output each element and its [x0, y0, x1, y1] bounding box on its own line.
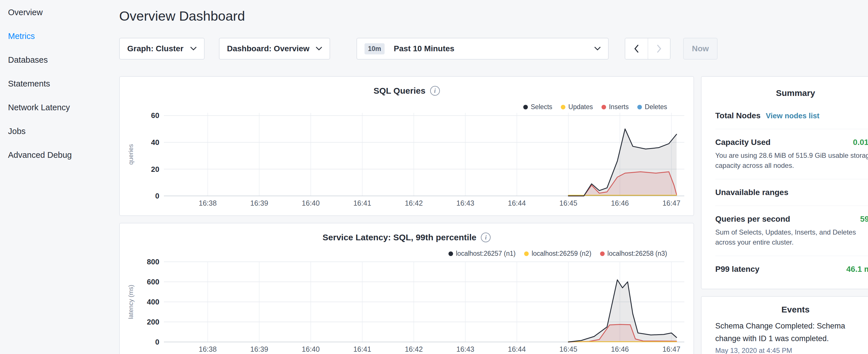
- legend-label: localhost:26258 (n3): [608, 250, 667, 257]
- time-window-pager: [625, 38, 671, 60]
- time-window-dropdown[interactable]: 10m Past 10 Minutes: [356, 38, 609, 60]
- svg-text:16:47: 16:47: [662, 199, 681, 207]
- svg-text:20: 20: [151, 165, 159, 173]
- info-icon[interactable]: i: [430, 86, 440, 96]
- events-title: Events: [715, 297, 868, 317]
- service-latency-legend: localhost:26257 (n1)localhost:26259 (n2)…: [448, 250, 667, 257]
- legend-dot: [523, 105, 528, 109]
- queries-per-second-value: 59.7: [860, 215, 868, 224]
- legend-item[interactable]: Deletes: [637, 103, 667, 111]
- sql-queries-chart[interactable]: 16:3816:3916:4016:4116:4216:4316:4416:45…: [120, 77, 693, 215]
- svg-text:16:44: 16:44: [508, 345, 526, 353]
- legend-item[interactable]: localhost:26259 (n2): [524, 250, 591, 257]
- svg-text:queries: queries: [127, 144, 134, 165]
- legend-dot: [448, 252, 453, 256]
- time-window-prev-button[interactable]: [625, 38, 648, 59]
- sidebar-item-network-latency[interactable]: Network Latency: [0, 96, 109, 120]
- chevron-left-icon: [634, 45, 639, 53]
- svg-text:400: 400: [147, 297, 159, 306]
- page-title: Overview Dashboard: [119, 8, 245, 24]
- p99-latency-value: 46.1 ms: [846, 265, 868, 274]
- sql-queries-chart-panel: SQL Queries i SelectsUpdatesInsertsDelet…: [119, 76, 694, 216]
- summary-label: Total Nodes: [715, 111, 761, 120]
- legend-item[interactable]: Updates: [561, 103, 593, 111]
- service-latency-chart[interactable]: 16:3816:3916:4016:4116:4216:4316:4416:45…: [120, 223, 693, 354]
- svg-text:40: 40: [151, 138, 159, 147]
- svg-text:16:40: 16:40: [302, 199, 320, 207]
- svg-text:0: 0: [155, 338, 159, 346]
- time-window-label: Past 10 Minutes: [394, 44, 455, 53]
- graph-scope-label: Graph: Cluster: [127, 44, 183, 53]
- capacity-used-value: 0.01%: [853, 138, 868, 147]
- summary-title: Summary: [715, 77, 868, 102]
- event-timestamp: May 13, 2020 at 4:45 PM: [715, 347, 868, 354]
- legend-label: Deletes: [645, 103, 667, 111]
- legend-dot: [601, 105, 606, 109]
- sidebar-item-statements[interactable]: Statements: [0, 72, 109, 96]
- event-item[interactable]: Schema Change Completed: Schema change w…: [715, 320, 868, 354]
- summary-label: Capacity Used: [715, 138, 771, 147]
- sidebar-item-metrics[interactable]: Metrics: [0, 24, 109, 48]
- chart-canvas-svg: 16:3816:3916:4016:4116:4216:4316:4416:45…: [120, 77, 693, 215]
- sidebar-item-overview[interactable]: Overview: [0, 1, 109, 24]
- legend-item[interactable]: Selects: [523, 103, 552, 111]
- svg-text:16:39: 16:39: [250, 199, 268, 207]
- capacity-used-description: You are using 28.6 MiB of 515.9 GiB usab…: [715, 150, 868, 170]
- svg-text:200: 200: [147, 318, 159, 326]
- svg-text:latency (ms): latency (ms): [127, 285, 134, 319]
- summary-panel: Summary Total Nodes View nodes list 3 Ca…: [701, 76, 868, 289]
- dashboard-label: Dashboard: Overview: [227, 44, 309, 53]
- graph-scope-dropdown[interactable]: Graph: Cluster: [119, 38, 205, 60]
- summary-row-capacity-used: Capacity Used 0.01% You are using 28.6 M…: [715, 129, 868, 179]
- svg-text:16:45: 16:45: [559, 345, 578, 353]
- summary-label: Unavailable ranges: [715, 188, 788, 197]
- time-window-badge: 10m: [365, 43, 384, 55]
- summary-label: P99 latency: [715, 265, 760, 274]
- svg-text:16:42: 16:42: [405, 199, 423, 207]
- chevron-down-icon: [190, 47, 196, 51]
- legend-label: Updates: [568, 103, 593, 111]
- dashboard-dropdown[interactable]: Dashboard: Overview: [219, 38, 330, 60]
- svg-text:16:41: 16:41: [353, 199, 371, 207]
- chart-title-row: SQL Queries i: [120, 86, 693, 96]
- chart-title-row: Service Latency: SQL, 99th percentile i: [120, 232, 693, 242]
- svg-text:16:47: 16:47: [662, 345, 681, 353]
- toolbar: Graph: Cluster Dashboard: Overview 10m P…: [119, 38, 718, 60]
- sql-queries-legend: SelectsUpdatesInsertsDeletes: [523, 103, 667, 111]
- legend-dot: [600, 252, 604, 256]
- view-nodes-list-link[interactable]: View nodes list: [766, 111, 819, 120]
- legend-label: Selects: [531, 103, 552, 111]
- svg-text:16:46: 16:46: [611, 345, 629, 353]
- event-message: Schema Change Completed: Schema change w…: [715, 320, 853, 345]
- summary-row-total-nodes: Total Nodes View nodes list 3: [715, 102, 868, 129]
- legend-item[interactable]: Inserts: [601, 103, 629, 111]
- chevron-right-icon: [657, 45, 661, 53]
- legend-item[interactable]: localhost:26257 (n1): [448, 250, 516, 257]
- svg-text:16:46: 16:46: [611, 199, 629, 207]
- service-latency-chart-panel: Service Latency: SQL, 99th percentile i …: [119, 223, 694, 354]
- summary-row-p99-latency: P99 latency 46.1 ms: [715, 256, 868, 282]
- summary-row-unavailable-ranges: Unavailable ranges 0: [715, 179, 868, 206]
- time-window-next-button[interactable]: [648, 38, 670, 59]
- sidebar-item-databases[interactable]: Databases: [0, 48, 109, 72]
- now-button[interactable]: Now: [683, 38, 718, 60]
- svg-text:600: 600: [147, 278, 159, 286]
- svg-text:16:41: 16:41: [353, 345, 371, 353]
- queries-per-second-description: Sum of Selects, Updates, Inserts, and De…: [715, 227, 868, 247]
- svg-text:16:42: 16:42: [405, 345, 423, 353]
- info-icon[interactable]: i: [481, 232, 491, 242]
- chevron-down-icon: [594, 47, 601, 51]
- legend-item[interactable]: localhost:26258 (n3): [600, 250, 667, 257]
- events-panel: Events Schema Change Completed: Schema c…: [701, 296, 868, 354]
- legend-dot: [637, 105, 642, 109]
- legend-label: localhost:26259 (n2): [532, 250, 591, 257]
- legend-label: localhost:26257 (n1): [456, 250, 516, 257]
- sidebar-item-jobs[interactable]: Jobs: [0, 120, 109, 143]
- sidebar-item-advanced-debug[interactable]: Advanced Debug: [0, 143, 109, 167]
- svg-text:16:44: 16:44: [508, 199, 526, 207]
- sidebar: Overview Metrics Databases Statements Ne…: [0, 1, 109, 167]
- svg-text:60: 60: [151, 111, 159, 120]
- svg-text:16:45: 16:45: [559, 199, 578, 207]
- legend-label: Inserts: [609, 103, 629, 111]
- chevron-down-icon: [316, 47, 322, 51]
